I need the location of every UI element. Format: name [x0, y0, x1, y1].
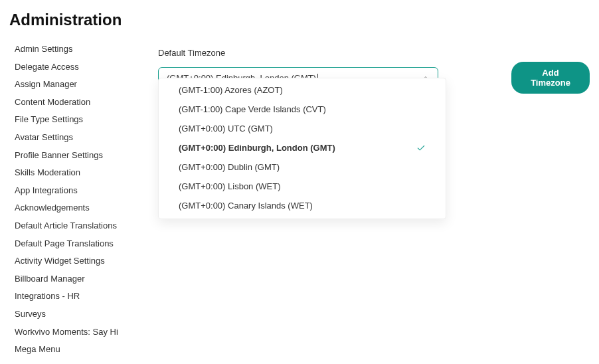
- timezone-option-label: (GMT+0:00) Canary Islands (WET): [179, 201, 313, 211]
- sidebar-item-surveys[interactable]: Surveys: [9, 306, 141, 323]
- sidebar-item-file-type-settings[interactable]: File Type Settings: [9, 111, 141, 128]
- timezone-option[interactable]: (GMT+0:00) UTC (GMT): [159, 120, 446, 139]
- sidebar-item-admin-settings[interactable]: Admin Settings: [9, 41, 141, 58]
- check-icon: [416, 143, 426, 153]
- sidebar-item-assign-manager[interactable]: Assign Manager: [9, 76, 141, 93]
- default-timezone-label: Default Timezone: [158, 48, 590, 58]
- sidebar-item-app-integrations[interactable]: App Integrations: [9, 182, 141, 199]
- timezone-option[interactable]: (GMT+0:00) Dublin (GMT): [159, 158, 446, 177]
- sidebar-item-acknowledgements[interactable]: Acknowledgements: [9, 199, 141, 217]
- sidebar-item-skills-moderation[interactable]: Skills Moderation: [9, 164, 141, 181]
- timezone-option[interactable]: (GMT-1:00) Cape Verde Islands (CVT): [159, 100, 446, 120]
- timezone-option-label: (GMT+0:00) Dublin (GMT): [179, 163, 280, 173]
- layout: Admin SettingsDelegate AccessAssign Mana…: [9, 40, 590, 364]
- sidebar-item-delegate-access[interactable]: Delegate Access: [9, 58, 141, 76]
- page-title: Administration: [9, 11, 590, 29]
- main-panel: Default Timezone (GMT+0:00) Edinburgh, L…: [146, 40, 590, 94]
- sidebar-item-highlighted-accounts[interactable]: Highlighted Accounts: [9, 359, 141, 364]
- timezone-option[interactable]: (GMT-1:00) Azores (AZOT): [159, 81, 446, 100]
- timezone-option-label: (GMT+0:00) UTC (GMT): [179, 124, 273, 134]
- sidebar-item-default-page-translations[interactable]: Default Page Translations: [9, 235, 141, 252]
- sidebar-item-mega-menu[interactable]: Mega Menu: [9, 341, 141, 358]
- sidebar-item-profile-banner-settings[interactable]: Profile Banner Settings: [9, 147, 141, 164]
- add-timezone-button[interactable]: Add Timezone: [511, 62, 590, 94]
- sidebar-item-avatar-settings[interactable]: Avatar Settings: [9, 129, 141, 146]
- sidebar-item-workvivo-moments-say-hi[interactable]: Workvivo Moments: Say Hi: [9, 323, 141, 341]
- timezone-option[interactable]: (GMT+0:00) Canary Islands (WET): [159, 197, 446, 216]
- sidebar: Admin SettingsDelegate AccessAssign Mana…: [9, 40, 146, 364]
- timezone-option[interactable]: (GMT+0:00) Lisbon (WET): [159, 177, 446, 197]
- timezone-option-label: (GMT+0:00) Lisbon (WET): [179, 182, 281, 192]
- sidebar-item-activity-widget-settings[interactable]: Activity Widget Settings: [9, 252, 141, 270]
- sidebar-item-integrations-hr[interactable]: Integrations - HR: [9, 288, 141, 305]
- timezone-option-label: (GMT-1:00) Cape Verde Islands (CVT): [179, 105, 326, 115]
- sidebar-item-billboard-manager[interactable]: Billboard Manager: [9, 270, 141, 288]
- timezone-option-label: (GMT-1:00) Azores (AZOT): [179, 86, 283, 96]
- timezone-option[interactable]: (GMT+0:00) Edinburgh, London (GMT): [159, 139, 446, 158]
- timezone-options-list: (GMT-1:00) Azores (AZOT)(GMT-1:00) Cape …: [158, 78, 446, 219]
- timezone-option-label: (GMT+0:00) Edinburgh, London (GMT): [179, 143, 335, 153]
- sidebar-item-default-article-translations[interactable]: Default Article Translations: [9, 217, 141, 234]
- sidebar-item-content-moderation[interactable]: Content Moderation: [9, 94, 141, 111]
